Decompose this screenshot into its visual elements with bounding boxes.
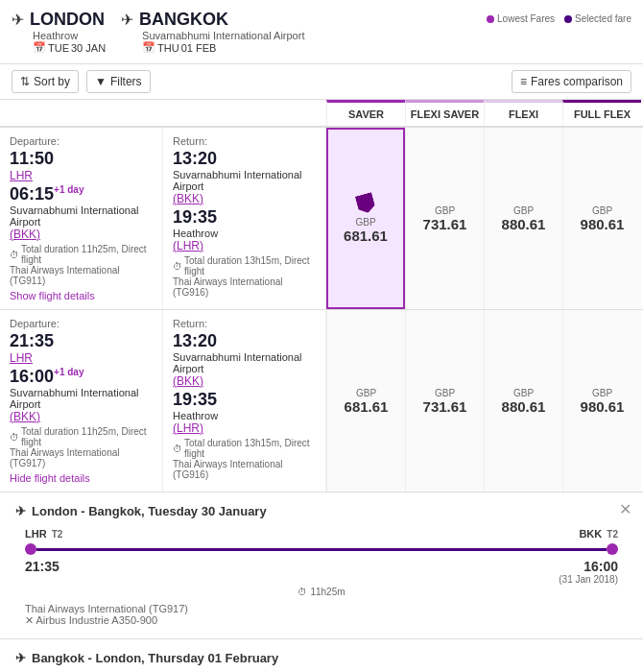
dep-meta-1: ⏱ Total duration 11h25m, Direct flight [10, 244, 153, 265]
ret-meta-1: ⏱ Total duration 13h15m, Direct flight [173, 255, 316, 276]
plane-arrive-icon: ✈ [121, 11, 133, 29]
sort-icon: ⇅ [20, 75, 30, 88]
next-day-2: +1 day [54, 367, 83, 377]
arr-airport-name-1: Suvarnabhumi International Airport [10, 204, 153, 228]
fare-currency-2-1: GBP [435, 388, 455, 398]
show-details-1[interactable]: Show flight details [10, 290, 153, 301]
fare-currency-2-3: GBP [592, 388, 612, 398]
fare-currency-2-2: GBP [513, 388, 534, 398]
arr-time-2: 16:00+1 day [10, 367, 153, 387]
calendar-icon2: 📅 [142, 41, 155, 54]
dep-code-1[interactable]: LHR [10, 169, 33, 182]
dep-airline-2: Thai Airways International (TG917) [10, 447, 153, 468]
fare-cell-1-0[interactable]: GBP 681.61 [326, 128, 405, 309]
fare-tag-icon [355, 192, 377, 215]
dep-label-2: Departure: [10, 318, 153, 329]
route-duration-1: ⏱ 11h25m [25, 587, 618, 597]
fare-headers-row: SAVER FLEXI SAVER FLEXI FULL FLEX [0, 100, 643, 128]
detail-title-2: ✈ Bangkok - London, Thursday 01 February [15, 651, 628, 665]
plane-icon-detail-1: ✈ [15, 504, 26, 518]
fare-cells-2: GBP 681.61 GBP 731.61 GBP 880.61 GBP 980… [326, 310, 641, 492]
arrive-time-detail-1: 16:00 (31 Jan 2018) [559, 559, 618, 585]
ret-label-1: Return: [173, 135, 316, 147]
arr-time-1: 06:15+1 day [10, 184, 153, 204]
flight-details-section-2: ✈ Bangkok - London, Thursday 01 February… [0, 639, 643, 672]
calendar-icon: 📅 [33, 41, 46, 54]
destination-city: BANGKOK [139, 10, 228, 30]
fares-comparison-button[interactable]: ≡ Fares comparison [512, 70, 631, 93]
ret-airport-code-1: (BKK) [173, 192, 316, 205]
fare-currency-1-2: GBP [513, 205, 534, 216]
fare-header-full-flex: FULL FLEX [562, 100, 641, 126]
close-button-1[interactable]: ✕ [619, 500, 631, 518]
fare-cell-2-3[interactable]: GBP 980.61 [562, 310, 641, 492]
origin-section: ✈ LONDON Heathrow 📅 TUE 30 JAN [12, 10, 106, 54]
dep-label-1: Departure: [10, 135, 153, 147]
fare-amount-1-0: 681.61 [344, 228, 388, 244]
ret-arr-time-2: 19:35 [173, 390, 316, 410]
ret-airline-2: Thai Airways International (TG916) [173, 459, 316, 480]
sort-by-button[interactable]: ⇅ Sort by [12, 70, 79, 93]
ret-arr-code-1: (LHR) [173, 239, 316, 252]
clock-icon-1: ⏱ [10, 250, 19, 260]
dep-code-2[interactable]: LHR [10, 351, 33, 365]
fare-cell-2-2[interactable]: GBP 880.61 [484, 310, 562, 492]
fare-currency-1-3: GBP [592, 205, 612, 216]
departure-info-1: Departure: 11:50 LHR 06:15+1 day Suvarna… [0, 128, 163, 309]
legend-selected: Selected fare [564, 13, 631, 24]
ret-arr-airport-1: Heathrow [173, 228, 316, 239]
ret-arr-code-2: (LHR) [173, 421, 316, 435]
origin-dot-1 [25, 543, 36, 555]
origin-city: LONDON [30, 10, 105, 30]
detail-title-1: ✈ London - Bangkok, Tuesday 30 January [15, 504, 628, 518]
fare-header-saver: SAVER [326, 100, 405, 126]
fare-amount-2-2: 880.61 [502, 398, 546, 415]
ret-meta-2: ⏱ Total duration 13h15m, Direct flight [173, 438, 316, 459]
return-info-1: Return: 13:20 Suvarnabhumi International… [163, 128, 326, 309]
fares-icon: ≡ [520, 75, 527, 88]
dep-meta-2: ⏱ Total duration 11h25m, Direct flight [10, 426, 153, 447]
fare-cells-1: GBP 681.61 GBP 731.61 GBP 880.61 GBP 980… [326, 128, 641, 309]
return-info-2: Return: 13:20 Suvarnabhumi International… [163, 310, 326, 492]
fare-amount-1-3: 980.61 [581, 216, 625, 232]
fare-amount-2-0: 681.61 [345, 398, 389, 415]
fare-currency-1-0: GBP [355, 217, 375, 228]
x-icon-1: ✕ [25, 614, 34, 626]
fare-cell-2-1[interactable]: GBP 731.61 [405, 310, 484, 492]
fare-cell-1-3[interactable]: GBP 980.61 [562, 128, 641, 309]
arr-airport-code-1: (BKK) [10, 228, 153, 241]
fare-header-flexi: FLEXI [484, 100, 562, 126]
filters-button[interactable]: ▼ Filters [86, 70, 151, 93]
fare-cell-1-2[interactable]: GBP 880.61 [484, 128, 562, 309]
next-day-1: +1 day [54, 184, 83, 195]
dep-airline-1: Thai Airways International (TG911) [10, 265, 153, 286]
fare-currency-2-0: GBP [356, 388, 376, 398]
fare-amount-1-2: 880.61 [502, 216, 546, 232]
legend: Lowest Fares Selected fare [487, 10, 631, 24]
detail-aircraft-1: ✕ Airbus Industrie A350-900 [25, 614, 618, 627]
clock-icon-r2: ⏱ [173, 444, 182, 454]
flight-info-pair-2: Departure: 21:35 LHR 16:00+1 day Suvarna… [0, 310, 326, 492]
header: ✈ LONDON Heathrow 📅 TUE 30 JAN ✈ BANGKOK… [0, 0, 643, 64]
fare-amount-2-1: 731.61 [423, 398, 467, 415]
destination-airport: Suvarnabhumi International Airport [142, 30, 304, 41]
fare-amount-1-1: 731.61 [423, 216, 467, 232]
fare-cell-2-0[interactable]: GBP 681.61 [326, 310, 405, 492]
hide-details-2[interactable]: Hide flight details [10, 472, 153, 484]
route-endpoints-1: LHR T2 BKK T2 [25, 528, 618, 540]
flight-row-2: Departure: 21:35 LHR 16:00+1 day Suvarna… [0, 310, 643, 492]
legend-lowest: Lowest Fares [487, 13, 555, 24]
departure-info-2: Departure: 21:35 LHR 16:00+1 day Suvarna… [0, 310, 163, 492]
clock-icon-2: ⏱ [10, 432, 19, 443]
flight-row-1: Departure: 11:50 LHR 06:15+1 day Suvarna… [0, 128, 643, 310]
depart-time-detail-1: 21:35 [25, 559, 60, 585]
ret-label-2: Return: [173, 318, 316, 329]
route-origin-label-1: LHR T2 [25, 528, 62, 540]
fare-cell-1-1[interactable]: GBP 731.61 [405, 128, 484, 309]
ret-arr-airport-2: Heathrow [173, 410, 316, 421]
controls-bar: ⇅ Sort by ▼ Filters ≡ Fares comparison [0, 64, 643, 100]
dep-airport-2: LHR [10, 351, 153, 365]
dep-time-1: 11:50 [10, 149, 153, 169]
route-times-1: 21:35 16:00 (31 Jan 2018) [25, 559, 618, 585]
flight-info-pair-1: Departure: 11:50 LHR 06:15+1 day Suvarna… [0, 128, 326, 309]
